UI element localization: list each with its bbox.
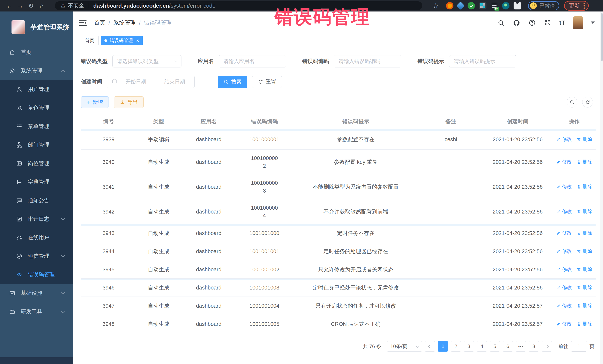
browser-back-icon[interactable]: ← xyxy=(4,1,15,10)
font-size-icon[interactable]: tT xyxy=(559,19,566,26)
table-row[interactable]: 3943自动生成dashboard1001001000定时任务不存在2021-0… xyxy=(81,224,596,242)
page-size-select[interactable]: 10条/页 xyxy=(387,341,422,352)
error-tip-input[interactable] xyxy=(454,58,512,64)
page-button-5[interactable]: 5 xyxy=(490,341,500,352)
delete-link[interactable]: 删除 xyxy=(577,158,592,165)
edit-link[interactable]: 修改 xyxy=(556,284,572,291)
page-button-2[interactable]: 2 xyxy=(451,341,461,352)
scrollbar-thumb[interactable] xyxy=(601,13,603,61)
page-button-8[interactable]: 8 xyxy=(529,341,539,352)
extensions-puzzle-icon[interactable] xyxy=(514,2,521,10)
browser-home-icon[interactable]: ⌂ xyxy=(36,1,47,10)
page-button-1[interactable]: 1 xyxy=(438,341,448,352)
avatar-caret-down-icon[interactable] xyxy=(591,22,595,24)
edit-link[interactable]: 修改 xyxy=(556,320,572,328)
extension-icon-6[interactable] xyxy=(502,2,510,10)
table-row[interactable]: 3941自动生成dashboard1001000003不能删除类型为系统内置的参… xyxy=(81,174,596,199)
table-row[interactable]: 3947自动生成dashboard1001001004只有开启状态的任务，才可以… xyxy=(81,297,596,315)
error-code-input[interactable] xyxy=(339,58,396,64)
edit-link[interactable]: 修改 xyxy=(556,230,572,237)
page-button-3[interactable]: 3 xyxy=(464,341,474,352)
sidebar-item-短信管理[interactable]: 短信管理 xyxy=(0,247,73,265)
sidebar-item-审计日志[interactable]: 审计日志 xyxy=(0,210,73,228)
extension-icon-3[interactable] xyxy=(468,2,475,10)
sidebar-item-首页[interactable]: 首页 xyxy=(0,43,73,62)
sidebar-item-角色管理[interactable]: 角色管理 xyxy=(0,99,73,117)
sidebar-item-基础设施[interactable]: 基础设施 xyxy=(0,284,73,302)
add-button[interactable]: + 新增 xyxy=(81,96,109,108)
edit-link[interactable]: 修改 xyxy=(556,266,572,273)
table-row[interactable]: 3948自动生成dashboard1001001005CRON 表达式不正确20… xyxy=(81,315,596,333)
table-row[interactable]: 3942自动生成dashboard1001000004不允许获取敏感配置到前端2… xyxy=(81,199,596,224)
sidebar-item-岗位管理[interactable]: 岗位管理 xyxy=(0,154,73,173)
sidebar-item-部门管理[interactable]: 部门管理 xyxy=(0,136,73,154)
export-button[interactable]: 导出 xyxy=(114,96,144,108)
browser-menu-icon[interactable] xyxy=(583,3,585,9)
breadcrumb-system[interactable]: 系统管理 xyxy=(113,19,136,26)
goto-page-input[interactable] xyxy=(571,341,587,352)
edit-link[interactable]: 修改 xyxy=(556,158,572,165)
fullscreen-icon[interactable] xyxy=(544,19,552,27)
sidebar-item-字典管理[interactable]: 字典管理 xyxy=(0,173,73,191)
breadcrumb-home[interactable]: 首页 xyxy=(94,19,105,26)
bookmark-star-icon[interactable]: ☆ xyxy=(433,2,439,10)
edit-link[interactable]: 修改 xyxy=(556,183,572,190)
toggle-search-button[interactable] xyxy=(567,97,577,108)
browser-forward-icon[interactable]: → xyxy=(15,1,26,10)
page-button-6[interactable]: 6 xyxy=(503,341,513,352)
sidebar-collapse-bar[interactable] xyxy=(0,357,73,364)
extension-icon-4[interactable] xyxy=(479,2,487,10)
app-name-input[interactable] xyxy=(223,58,281,64)
delete-link[interactable]: 删除 xyxy=(577,230,592,237)
edit-link[interactable]: 修改 xyxy=(556,248,572,255)
page-ellipsis-button[interactable]: ••• xyxy=(516,341,526,352)
next-page-button[interactable] xyxy=(542,341,552,352)
delete-link[interactable]: 删除 xyxy=(577,284,592,291)
table-row[interactable]: 3945自动生成dashboard1001001002只允许修改为开启或者关闭状… xyxy=(81,260,596,278)
sidebar-item-通知公告[interactable]: 通知公告 xyxy=(0,191,73,210)
browser-reload-icon[interactable]: ↻ xyxy=(26,1,36,10)
table-row[interactable]: 3944自动生成dashboard1001001001定时任务的处理器已经存在2… xyxy=(81,242,596,260)
sidebar-item-系统管理[interactable]: 系统管理 xyxy=(0,62,73,80)
search-button[interactable]: 搜索 xyxy=(218,76,247,88)
extension-icon-2[interactable] xyxy=(456,1,465,10)
edit-link[interactable]: 修改 xyxy=(556,208,572,215)
sidebar-logo-row[interactable]: 芋道管理系统 xyxy=(0,11,73,43)
tab-home[interactable]: 首页 xyxy=(81,36,99,45)
user-avatar[interactable] xyxy=(573,16,583,29)
page-button-4[interactable]: 4 xyxy=(477,341,487,352)
edit-link[interactable]: 修改 xyxy=(556,302,572,309)
prev-page-button[interactable] xyxy=(425,341,435,352)
delete-link[interactable]: 删除 xyxy=(577,248,592,255)
extension-icon-5[interactable]: on xyxy=(491,2,498,10)
sidebar-item-在线用户[interactable]: 在线用户 xyxy=(0,228,73,247)
sidebar-item-研发工具[interactable]: 研发工具 xyxy=(0,302,73,321)
refresh-button[interactable] xyxy=(582,97,593,108)
sidebar-item-菜单管理[interactable]: 菜单管理 xyxy=(0,117,73,136)
delete-link[interactable]: 删除 xyxy=(577,266,592,273)
sidebar-item-用户管理[interactable]: 用户管理 xyxy=(0,80,73,99)
table-row[interactable]: 3946自动生成dashboard1001001003定时任务已经处于该状态，无… xyxy=(81,278,596,297)
browser-update-button[interactable]: 更新 xyxy=(564,1,589,11)
page-scrollbar[interactable] xyxy=(600,11,603,364)
help-icon[interactable] xyxy=(528,19,536,27)
delete-link[interactable]: 删除 xyxy=(577,302,592,309)
delete-link[interactable]: 删除 xyxy=(577,320,592,328)
reset-button[interactable]: 重置 xyxy=(252,76,282,88)
edit-link[interactable]: 修改 xyxy=(556,136,572,143)
address-bar[interactable]: ⚠ 不安全 dashboard.yudao.iocoder.cn /system… xyxy=(55,1,422,10)
sidebar-toggle-icon[interactable] xyxy=(79,20,87,26)
delete-link[interactable]: 删除 xyxy=(577,183,592,190)
table-row[interactable]: 3940自动生成dashboard1001000002参数配置 key 重复20… xyxy=(81,150,596,174)
extension-icon-1[interactable] xyxy=(446,2,453,10)
delete-link[interactable]: 删除 xyxy=(577,208,592,215)
sidebar-item-错误码管理[interactable]: 错误码管理 xyxy=(0,265,73,284)
tab-close-icon[interactable]: × xyxy=(136,38,139,43)
search-icon[interactable] xyxy=(497,19,505,27)
github-icon[interactable] xyxy=(512,19,521,27)
date-range-picker[interactable]: 开始日期 - 结束日期 xyxy=(107,76,195,88)
error-type-select[interactable]: 请选择错误码类型 xyxy=(112,55,181,67)
table-row[interactable]: 3939手动编辑dashboard1001000001参数配置不存在ceshi2… xyxy=(81,129,596,150)
profile-paused-pill[interactable]: 已暂停 xyxy=(528,1,559,10)
delete-link[interactable]: 删除 xyxy=(577,136,592,143)
